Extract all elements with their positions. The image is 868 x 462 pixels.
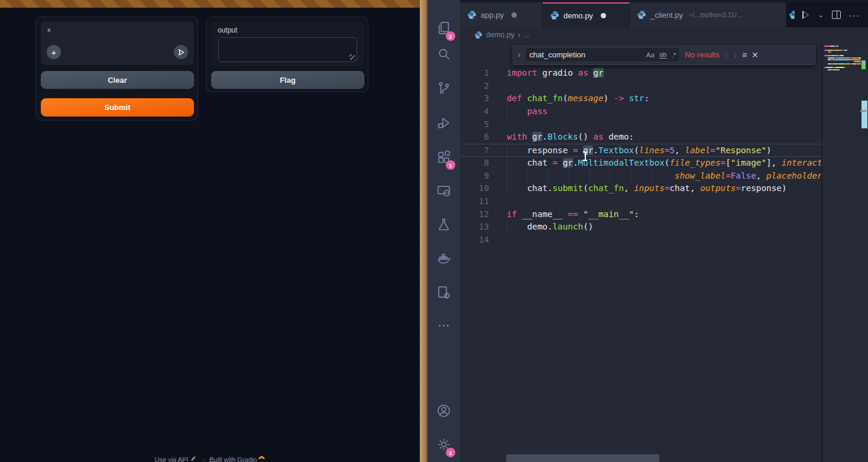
run-debug-icon[interactable] [427, 108, 460, 137]
send-button[interactable] [174, 45, 188, 59]
code-line[interactable]: 9 show_label=False, placeholder= [460, 170, 821, 183]
use-via-api-link[interactable]: Use via API [155, 456, 189, 462]
search-icon[interactable] [427, 40, 460, 68]
code-line[interactable]: 5 [460, 118, 821, 131]
code-token: gr [593, 68, 603, 77]
code-token: = [721, 158, 726, 167]
find-previous-button[interactable]: ↑ [724, 50, 728, 60]
tab-overflow-sliver[interactable] [786, 2, 795, 27]
code-lines: 1import gradio as gr23def chat_fn(messag… [460, 43, 821, 247]
find-input[interactable]: chat_completion Aa ab .* [525, 47, 680, 62]
flag-button[interactable]: Flag [211, 71, 364, 89]
activity-bar: 2 1 [427, 0, 460, 462]
code-token: ) [604, 93, 614, 103]
horizontal-scrollbar[interactable] [506, 454, 659, 462]
regex-toggle[interactable]: .* [672, 51, 676, 59]
line-number[interactable]: 2 [460, 80, 489, 93]
tab-app-py[interactable]: app.py [460, 2, 543, 27]
line-number[interactable]: 13 [460, 221, 489, 234]
line-number[interactable]: 5 [460, 118, 489, 131]
line-number[interactable]: 11 [460, 195, 489, 208]
find-in-selection-button[interactable]: ≡ [742, 50, 747, 60]
code-text: import gradio as gr [507, 67, 604, 80]
line-number[interactable]: 12 [460, 208, 489, 221]
run-dropdown-chevron-icon[interactable]: ⌄ [818, 11, 824, 19]
code-line[interactable]: 12if __name__ == "__main__": [460, 208, 821, 221]
code-token: "image" [731, 158, 766, 167]
code-token: pass [527, 106, 547, 116]
minimap[interactable] [824, 46, 861, 73]
more-actions-button[interactable]: ··· [849, 10, 860, 20]
multimodal-input[interactable]: x + [41, 21, 194, 65]
indent-guide [507, 170, 507, 183]
breadcrumb-file[interactable]: demo.py [486, 31, 514, 39]
python-file-icon [550, 11, 559, 20]
code-token: () [578, 132, 594, 141]
code-token: -> [614, 93, 624, 103]
line-number[interactable]: 6 [460, 131, 489, 144]
resize-handle[interactable] [349, 54, 355, 60]
code-token: launch [552, 222, 583, 231]
source-control-icon[interactable] [427, 73, 460, 102]
code-token: () [583, 222, 593, 231]
code-line[interactable]: 14 [460, 234, 821, 247]
code-runner-icon[interactable] [427, 278, 460, 306]
testing-beaker-icon[interactable] [427, 210, 460, 238]
code-line[interactable]: 4 pass [460, 105, 821, 118]
code-line[interactable]: 1import gradio as gr [460, 67, 821, 80]
find-next-button[interactable]: ↓ [733, 50, 737, 60]
account-icon[interactable] [427, 396, 460, 425]
tab-label: app.py [481, 11, 504, 20]
match-case-toggle[interactable]: Aa [646, 51, 655, 59]
clear-button[interactable]: Clear [41, 71, 194, 89]
code-line[interactable]: 11 [460, 195, 821, 208]
split-editor-button[interactable] [832, 11, 841, 19]
explorer-icon[interactable]: 2 [427, 14, 460, 42]
line-number[interactable]: 9 [460, 170, 489, 183]
extensions-icon[interactable]: 1 [427, 143, 460, 171]
find-expand-chevron-icon[interactable]: › [518, 50, 520, 59]
built-with-gradio-link[interactable]: Built with Gradio [209, 456, 257, 462]
submit-button[interactable]: Submit [41, 98, 194, 117]
tab-demo-py[interactable]: demo.py [543, 2, 630, 27]
line-number[interactable]: 3 [460, 92, 489, 105]
code-token: gr [563, 158, 573, 167]
minimap-content [824, 46, 861, 72]
output-textarea[interactable] [218, 37, 357, 62]
code-token: with [507, 132, 532, 141]
minimap-line [824, 50, 861, 51]
line-number[interactable]: 1 [460, 67, 489, 80]
remote-explorer-icon[interactable] [427, 176, 460, 205]
line-number[interactable]: 8 [460, 157, 489, 170]
code-line[interactable]: 7 response = gr.Textbox(lines=5, label="… [460, 144, 821, 157]
line-number[interactable]: 10 [460, 182, 489, 195]
code-token: = [736, 183, 741, 193]
unsaved-dot[interactable] [601, 13, 606, 18]
code-line[interactable]: 2 [460, 80, 821, 93]
line-number[interactable]: 14 [460, 234, 489, 247]
attach-file-button[interactable]: + [47, 45, 61, 59]
code-line[interactable]: 10 chat.submit(chat_fn, inputs=chat, out… [460, 182, 821, 195]
gradio-footer: Use via API · Built with Gradio [0, 455, 420, 462]
code-token: demo [507, 222, 548, 231]
mouse-ibeam-cursor [582, 151, 588, 161]
code-line[interactable]: 13 demo.launch() [460, 221, 821, 234]
code-editor[interactable]: 1import gradio as gr23def chat_fn(messag… [460, 43, 821, 462]
code-line[interactable]: 8 chat = gr.MultimodalTextbox(file_types… [460, 157, 821, 170]
code-line[interactable]: 6with gr.Blocks() as demo: [460, 131, 821, 144]
breadcrumb-more[interactable]: ... [524, 31, 530, 39]
code-line[interactable]: 3def chat_fn(message) -> str: [460, 92, 821, 105]
code-token: interactive [782, 158, 821, 167]
more-views-icon[interactable] [427, 311, 460, 340]
whole-word-toggle[interactable]: ab [659, 51, 667, 59]
tab-label: _client.py [650, 11, 683, 20]
settings-gear-icon[interactable]: 1 [427, 430, 460, 458]
input-card: x + Clear Submit [35, 17, 198, 121]
line-number[interactable]: 4 [460, 105, 489, 118]
docker-icon[interactable] [427, 244, 460, 273]
tab-client-py[interactable]: _client.py ~/.../python3.11/... [630, 2, 786, 27]
find-close-button[interactable]: ✕ [752, 50, 759, 60]
unsaved-dot[interactable] [511, 12, 517, 18]
vertical-scrollbar-slider[interactable] [861, 101, 867, 128]
line-number[interactable]: 7 [460, 144, 489, 156]
